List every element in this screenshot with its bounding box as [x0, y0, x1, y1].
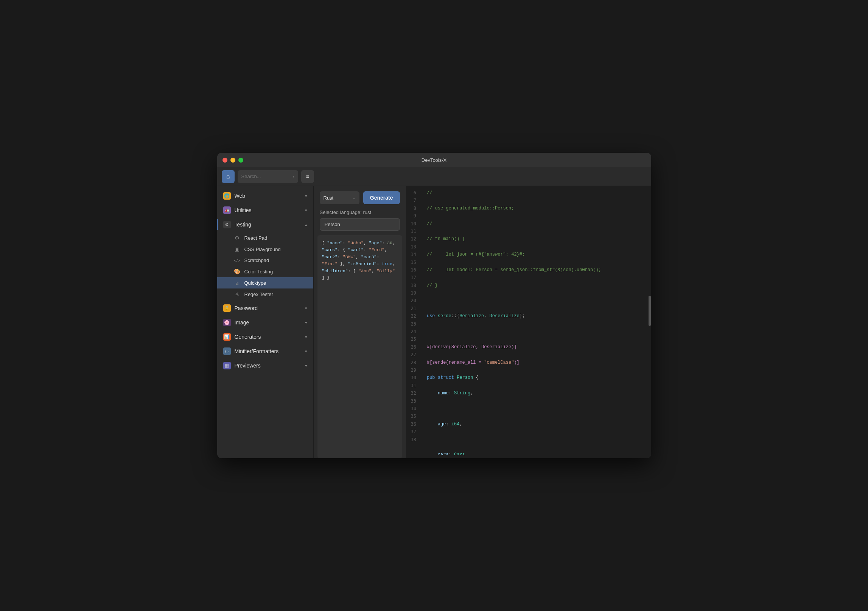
testing-icon: ⚙ [223, 221, 231, 228]
sidebar-utilities-label: Utilities [235, 207, 252, 213]
generate-button[interactable]: Generate [363, 191, 400, 204]
minifier-chevron-icon: ▾ [305, 349, 307, 354]
generators-chevron-icon: ▾ [305, 335, 307, 340]
previewers-icon: ▦ [223, 362, 231, 369]
minifier-icon: { } [223, 347, 231, 355]
code-content: // // use generated_module::Person; // /… [421, 189, 648, 455]
sidebar-item-quicktype[interactable]: 𝕒 Quicktype [217, 277, 313, 288]
sidebar-section-left-previewers: ▦ Previewers [223, 362, 261, 369]
sidebar-section-minifier: { } Minifier/Formatters ▾ [217, 344, 313, 358]
sidebar-item-react-pad[interactable]: ⚙ React Pad [217, 232, 313, 243]
password-icon: 🔒 [223, 304, 231, 312]
regex-tester-label: Regex Tester [244, 292, 273, 297]
code-area[interactable]: 678910 1112131415 1617181920 2122232425 … [406, 186, 651, 458]
json-editor[interactable]: { "name": "John", "age": 30, "cars": { "… [317, 235, 402, 458]
app-window: DevTools-X ⌂ ▾ ≡ 🌐 Web ▾ [217, 153, 651, 458]
search-container: ▾ [238, 170, 298, 183]
sidebar-section-password: 🔒 Password ▾ [217, 301, 313, 315]
center-top-bar: Rust ⌄ Generate [314, 186, 406, 209]
titlebar: DevTools-X [217, 153, 651, 167]
maximize-button[interactable] [238, 158, 243, 163]
sidebar-section-left-generators: 📊 Generators [223, 333, 261, 341]
sidebar-section-web: 🌐 Web ▾ [217, 189, 313, 203]
testing-chevron-icon: ▴ [305, 222, 307, 227]
react-pad-label: React Pad [244, 235, 268, 241]
quicktype-label: Quicktype [244, 280, 266, 286]
sidebar-section-previewers: ▦ Previewers ▾ [217, 359, 313, 372]
sidebar-section-testing: ⚙ Testing ▴ ⚙ React Pad ▣ CSS Playground [217, 218, 313, 301]
image-icon: 🌸 [223, 319, 231, 326]
main-content: 🌐 Web ▾ 🚛 Utilities ▾ [217, 186, 651, 458]
web-chevron-icon: ▾ [305, 194, 307, 198]
window-controls [222, 158, 243, 163]
sidebar-item-css-playground[interactable]: ▣ CSS Playground [217, 243, 313, 255]
testing-items: ⚙ React Pad ▣ CSS Playground </> Scratch… [217, 231, 313, 301]
sidebar-section-left-password: 🔒 Password [223, 304, 258, 312]
sidebar-section-generators: 📊 Generators ▾ [217, 330, 313, 344]
quicktype-icon: 𝕒 [234, 280, 241, 286]
sidebar-item-regex-tester[interactable]: ✳ Regex Tester [217, 288, 313, 300]
sidebar-item-color-testing[interactable]: 🎨 Color Testing [217, 266, 313, 277]
toolbar: ⌂ ▾ ≡ [217, 167, 651, 186]
scratchpad-icon: </> [234, 258, 241, 263]
code-panel: 678910 1112131415 1617181920 2122232425 … [406, 186, 651, 458]
sidebar-item-scratchpad[interactable]: </> Scratchpad [217, 255, 313, 266]
color-testing-label: Color Testing [244, 269, 273, 274]
sidebar-section-left-minifier: { } Minifier/Formatters [223, 347, 279, 355]
window-title: DevTools-X [422, 157, 446, 163]
center-panel: Rust ⌄ Generate Selected language: rust … [314, 186, 406, 458]
sidebar-section-header-web[interactable]: 🌐 Web ▾ [217, 189, 313, 203]
type-name-input[interactable] [320, 218, 400, 231]
sidebar-section-header-minifier[interactable]: { } Minifier/Formatters ▾ [217, 344, 313, 358]
home-button[interactable]: ⌂ [222, 170, 235, 183]
css-playground-icon: ▣ [234, 246, 241, 252]
search-input[interactable] [241, 174, 290, 179]
testing-accent-bar [217, 219, 218, 230]
utilities-icon: 🚛 [223, 206, 231, 214]
sidebar-previewers-label: Previewers [235, 363, 261, 369]
sidebar-password-label: Password [235, 305, 258, 311]
sidebar-section-header-previewers[interactable]: ▦ Previewers ▾ [217, 359, 313, 372]
sidebar-section-header-password[interactable]: 🔒 Password ▾ [217, 301, 313, 315]
language-select[interactable]: Rust ⌄ [320, 191, 359, 204]
image-chevron-icon: ▾ [305, 320, 307, 325]
sidebar-web-label: Web [235, 193, 246, 199]
close-button[interactable] [222, 158, 227, 163]
sidebar-section-image: 🌸 Image ▾ [217, 316, 313, 329]
sidebar-section-left-testing: ⚙ Testing [223, 221, 251, 228]
web-icon: 🌐 [223, 192, 231, 200]
sidebar-image-label: Image [235, 319, 249, 326]
sidebar-section-header-utilities[interactable]: 🚛 Utilities ▾ [217, 203, 313, 217]
sidebar-section-left-web: 🌐 Web [223, 192, 246, 200]
line-numbers: 678910 1112131415 1617181920 2122232425 … [406, 189, 421, 455]
selected-language-label: Selected language: rust [314, 209, 406, 218]
menu-button[interactable]: ≡ [301, 170, 314, 183]
react-pad-icon: ⚙ [234, 235, 241, 241]
regex-tester-icon: ✳ [234, 291, 241, 297]
generators-icon: 📊 [223, 333, 231, 341]
password-chevron-icon: ▾ [305, 306, 307, 311]
scrollbar-thumb[interactable] [649, 296, 651, 326]
utilities-chevron-icon: ▾ [305, 208, 307, 213]
previewers-chevron-icon: ▾ [305, 363, 307, 368]
color-testing-icon: 🎨 [234, 268, 241, 274]
sidebar-section-header-generators[interactable]: 📊 Generators ▾ [217, 330, 313, 344]
search-chevron-icon: ▾ [292, 174, 294, 178]
minimize-button[interactable] [230, 158, 235, 163]
sidebar-section-left-utilities: 🚛 Utilities [223, 206, 252, 214]
scrollbar-track[interactable] [648, 189, 651, 455]
sidebar-minifier-label: Minifier/Formatters [235, 348, 279, 354]
sidebar-testing-label: Testing [235, 222, 251, 228]
css-playground-label: CSS Playground [244, 247, 281, 252]
sidebar-section-header-image[interactable]: 🌸 Image ▾ [217, 316, 313, 329]
sidebar-generators-label: Generators [235, 334, 261, 340]
sidebar-section-header-testing[interactable]: ⚙ Testing ▴ [217, 218, 313, 231]
scratchpad-label: Scratchpad [244, 257, 269, 263]
sidebar-section-left-image: 🌸 Image [223, 319, 249, 326]
language-select-value: Rust [324, 195, 334, 201]
sidebar-section-utilities: 🚛 Utilities ▾ [217, 203, 313, 217]
language-chevron-icon: ⌄ [353, 196, 356, 200]
sidebar: 🌐 Web ▾ 🚛 Utilities ▾ [217, 186, 314, 458]
